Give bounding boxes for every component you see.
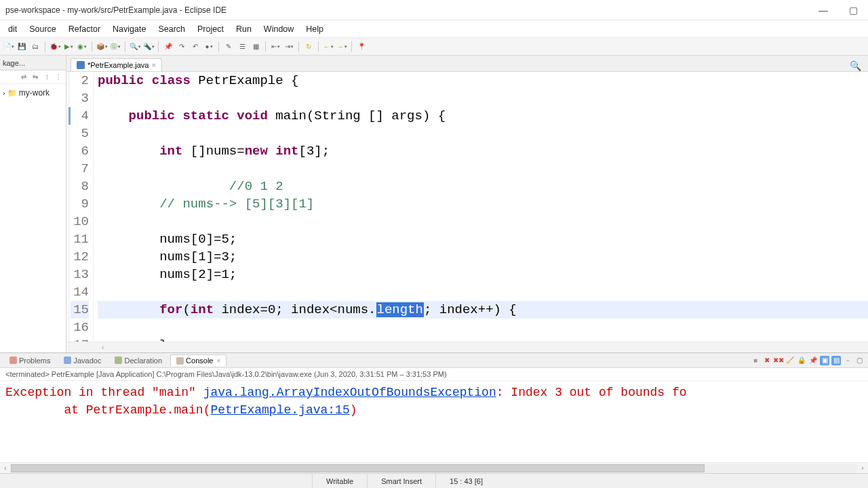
close-icon[interactable]: ×: [152, 61, 156, 69]
menu-project[interactable]: Project: [192, 22, 229, 37]
nav-next-icon[interactable]: ⇥: [283, 41, 294, 52]
menu-run[interactable]: Run: [231, 22, 257, 37]
new-package-icon[interactable]: 📦: [96, 41, 107, 52]
toolbar-separator: [45, 41, 45, 52]
console-icon: [176, 357, 184, 365]
collapse-icon[interactable]: ⇄: [19, 72, 28, 81]
toggle-mark-icon[interactable]: 📌: [163, 41, 174, 52]
toolbar-separator: [298, 41, 299, 52]
window-title: pse-workspace - my-work/src/PetrExample.…: [5, 5, 226, 15]
refresh-icon[interactable]: ↻: [303, 41, 314, 52]
open-type-icon[interactable]: 🔍: [130, 41, 140, 52]
console-toolbar: ■ ✖ ✖✖ 🧹 🔒 📌 ▣ ▤ － ▢: [751, 356, 864, 365]
pin-icon[interactable]: 📍: [356, 41, 367, 52]
open-console-icon[interactable]: ▤: [831, 356, 841, 365]
step-icon[interactable]: ↷: [176, 41, 187, 52]
max-icon[interactable]: ▢: [854, 356, 864, 365]
link-icon[interactable]: ⇆: [31, 72, 40, 81]
minimize-button[interactable]: —: [814, 5, 833, 16]
view-title: kage...: [3, 59, 25, 67]
pin-console-icon[interactable]: 📌: [808, 356, 818, 365]
statusbar: Writable Smart Insert 15 : 43 [6]: [0, 473, 868, 488]
close-icon[interactable]: ×: [216, 357, 220, 365]
menu-search[interactable]: Search: [153, 22, 191, 37]
back-icon[interactable]: ←: [323, 41, 334, 52]
remove-all-icon[interactable]: ✖✖: [774, 356, 783, 365]
terminate-icon[interactable]: ■: [751, 356, 760, 365]
step2-icon[interactable]: ↶: [190, 41, 201, 52]
project-tree[interactable]: my-work: [0, 84, 66, 102]
toolbar-separator: [158, 41, 159, 52]
new-icon[interactable]: 📄: [3, 41, 14, 52]
status-writable: Writable: [312, 474, 367, 488]
save-all-icon[interactable]: 🗂: [30, 41, 41, 52]
coverage-icon[interactable]: ◉: [77, 41, 87, 52]
console-output[interactable]: Exception in thread "main" java.lang.Arr…: [0, 381, 868, 462]
code-content[interactable]: public class PetrExample { public static…: [94, 72, 868, 342]
tab-declaration[interactable]: Declaration: [109, 354, 167, 366]
tab-problems[interactable]: Problems: [4, 354, 56, 366]
titlebar: pse-workspace - my-work/src/PetrExample.…: [0, 0, 868, 20]
tab-javadoc[interactable]: Javadoc: [58, 354, 106, 366]
scroll-lock-icon[interactable]: 🔒: [797, 356, 806, 365]
window-controls: — ▢: [814, 5, 863, 16]
breakpoint-icon[interactable]: ●: [203, 41, 214, 52]
save-icon[interactable]: 💾: [16, 41, 27, 52]
menu-source[interactable]: Source: [24, 22, 62, 37]
javadoc-icon: [64, 357, 71, 364]
problems-icon: [9, 357, 17, 364]
scroll-track[interactable]: [11, 464, 857, 472]
package-explorer-header: kage...: [0, 56, 66, 70]
menu-navigate[interactable]: Navigate: [107, 22, 151, 37]
menubar: dit Source Refactor Navigate Search Proj…: [0, 20, 868, 38]
forward-icon[interactable]: →: [336, 41, 347, 52]
task-icon[interactable]: ✎: [223, 41, 234, 52]
maximize-button[interactable]: ▢: [844, 5, 863, 16]
search-icon[interactable]: 🔍: [850, 60, 864, 71]
toolbar-separator: [351, 41, 352, 52]
view-menu-icon[interactable]: ⋮: [54, 72, 63, 81]
console-hscroll[interactable]: ‹ ›: [0, 462, 868, 473]
scroll-thumb[interactable]: [11, 464, 705, 472]
toolbar-separator: [318, 41, 319, 52]
code-editor[interactable]: 234567891011121314151617 public class Pe…: [66, 72, 868, 342]
run-icon[interactable]: ▶: [63, 41, 74, 52]
menu-edit[interactable]: dit: [3, 22, 22, 37]
tree-item-project[interactable]: my-work: [3, 87, 63, 99]
stack-trace-link[interactable]: PetrExample.java:15: [210, 403, 349, 417]
min-icon[interactable]: －: [843, 356, 852, 365]
toolbar-separator: [125, 41, 125, 52]
debug-icon[interactable]: 🐞: [50, 41, 60, 52]
tab-console[interactable]: Console ×: [170, 354, 226, 366]
new-class-icon[interactable]: Ⓖ: [110, 41, 121, 52]
workspace: kage... ⇄ ⇆ ⫶ ⋮ my-work *PetrExample.jav…: [0, 56, 868, 352]
editor-area: *PetrExample.java × 🔍 234567891011121314…: [66, 56, 868, 352]
package-explorer-toolbar: ⇄ ⇆ ⫶ ⋮: [0, 70, 66, 84]
java-file-icon: [77, 61, 85, 69]
toolbar-separator: [218, 41, 219, 52]
scroll-right-icon[interactable]: ›: [857, 464, 868, 472]
filter-icon[interactable]: ⫶: [42, 72, 52, 81]
bottom-panel: Problems Javadoc Declaration Console × ■…: [0, 352, 868, 473]
bottom-tabstrip: Problems Javadoc Declaration Console × ■…: [0, 353, 868, 368]
main-toolbar: 📄 💾 🗂 🐞 ▶ ◉ 📦 Ⓖ 🔍 🔦 📌 ↷ ↶ ● ✎ ☰ ▦ ⇤ ⇥ ↻ …: [0, 38, 868, 56]
remove-icon[interactable]: ✖: [762, 356, 772, 365]
stack-trace-link[interactable]: java.lang.ArrayIndexOutOfBoundsException: [203, 386, 496, 399]
task2-icon[interactable]: ☰: [237, 41, 248, 52]
menu-help[interactable]: Help: [300, 22, 329, 37]
editor-tab[interactable]: *PetrExample.java ×: [71, 58, 162, 71]
editor-hscroll[interactable]: ‹: [66, 342, 868, 352]
declaration-icon: [115, 357, 122, 364]
menu-refactor[interactable]: Refactor: [63, 22, 106, 37]
package-explorer: kage... ⇄ ⇆ ⫶ ⋮ my-work: [0, 56, 66, 352]
display-icon[interactable]: ▣: [820, 356, 829, 365]
menu-window[interactable]: Window: [258, 22, 299, 37]
tab-label: Declaration: [124, 357, 162, 365]
search-icon[interactable]: 🔦: [143, 41, 154, 52]
nav-prev-icon[interactable]: ⇤: [270, 41, 281, 52]
status-cursor-position: 15 : 43 [6]: [435, 474, 496, 488]
scroll-left-icon[interactable]: ‹: [0, 464, 11, 472]
task3-icon[interactable]: ▦: [250, 41, 261, 52]
clear-icon[interactable]: 🧹: [785, 356, 795, 365]
line-gutter[interactable]: 234567891011121314151617: [71, 72, 94, 342]
